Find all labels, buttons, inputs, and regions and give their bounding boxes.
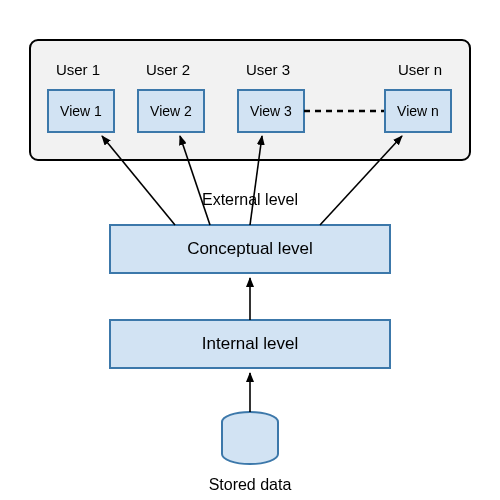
external-level-label: External level <box>202 191 298 208</box>
conceptual-level-label: Conceptual level <box>187 239 313 258</box>
view-label-n: View n <box>397 103 439 119</box>
storage-cylinder <box>222 412 278 464</box>
view-label-2: View 2 <box>150 103 192 119</box>
user-label-n: User n <box>398 61 442 78</box>
user-label-2: User 2 <box>146 61 190 78</box>
user-label-1: User 1 <box>56 61 100 78</box>
view-label-1: View 1 <box>60 103 102 119</box>
internal-level-label: Internal level <box>202 334 298 353</box>
architecture-diagram: External level User 1 View 1 User 2 View… <box>0 0 500 500</box>
storage-label: Stored data <box>209 476 292 493</box>
view-label-3: View 3 <box>250 103 292 119</box>
user-label-3: User 3 <box>246 61 290 78</box>
